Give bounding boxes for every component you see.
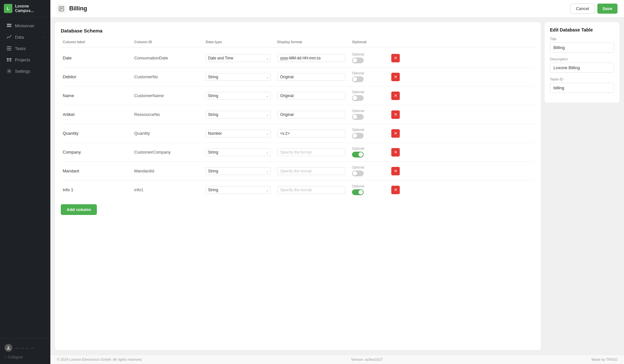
col-id: info1 xyxy=(132,186,204,194)
delete-button[interactable]: ✕ xyxy=(391,110,400,119)
sidebar-footer: — — — — ‹ Collapse xyxy=(0,338,50,364)
header: Billing Cancel Save xyxy=(50,0,624,18)
delete-button[interactable]: ✕ xyxy=(391,167,400,175)
delete-button[interactable]: ✕ xyxy=(391,54,400,62)
type-select[interactable]: StringNumberDate and TimeBoolean xyxy=(206,130,271,137)
main-area: Billing Cancel Save Database Schema Colu… xyxy=(50,0,624,364)
delete-button[interactable]: ✕ xyxy=(391,129,400,138)
optional-toggle[interactable] xyxy=(352,114,364,120)
optional-label: Optional xyxy=(352,109,364,113)
svg-rect-5 xyxy=(7,48,11,49)
optional-cell: Optional xyxy=(350,145,389,159)
type-select[interactable]: StringNumberDate and TimeBoolean xyxy=(206,54,271,62)
field-label-table_id: Table-ID xyxy=(550,77,614,81)
format-cell xyxy=(275,185,350,195)
delete-cell: ✕ xyxy=(389,53,402,64)
format-input[interactable] xyxy=(277,148,345,156)
col-type: StringNumberDate and TimeBoolean xyxy=(204,109,275,120)
avatar xyxy=(5,344,12,352)
logo-letter: L xyxy=(7,6,9,11)
sidebar-item-projects[interactable]: Projects xyxy=(2,54,48,65)
optional-toggle[interactable] xyxy=(352,170,364,176)
optional-toggle[interactable] xyxy=(352,76,364,82)
type-select-wrapper: StringNumberDate and TimeBoolean xyxy=(206,73,271,81)
field-input-title[interactable] xyxy=(550,43,614,53)
collapse-label: Collapse xyxy=(8,355,23,359)
delete-cell: ✕ xyxy=(389,90,402,101)
optional-cell: Optional xyxy=(350,70,389,83)
version: Version: ac8ea1b27 xyxy=(351,358,383,361)
type-select[interactable]: StringNumberDate and TimeBoolean xyxy=(206,167,271,175)
optional-label: Optional xyxy=(352,128,364,132)
optional-cell: Optional xyxy=(350,127,389,140)
user-info: — — — — xyxy=(15,346,34,350)
user-row: — — — — xyxy=(5,342,46,354)
format-input[interactable] xyxy=(277,111,345,119)
format-input[interactable] xyxy=(277,73,345,81)
cancel-button[interactable]: Cancel xyxy=(570,4,594,14)
sidebar: L Loxone Campus... Miniserver Data › Tas… xyxy=(0,0,50,364)
col-label: Mandant xyxy=(61,167,132,175)
collapse-button[interactable]: ‹ Collapse xyxy=(5,354,46,361)
optional-toggle[interactable] xyxy=(352,133,364,139)
type-select[interactable]: StringNumberDate and TimeBoolean xyxy=(206,111,271,119)
svg-rect-6 xyxy=(7,50,11,50)
optional-toggle[interactable] xyxy=(352,189,364,195)
chart-icon xyxy=(6,34,12,40)
format-input[interactable] xyxy=(277,167,345,175)
toggle-knob xyxy=(353,58,357,63)
table-header: Column label Column ID Data type Display… xyxy=(61,39,535,47)
delete-cell: ✕ xyxy=(389,71,402,82)
sidebar-item-miniserver-label: Miniserver xyxy=(15,23,34,28)
delete-button[interactable]: ✕ xyxy=(391,148,400,157)
edit-fields: Title Description Table-ID xyxy=(550,37,614,93)
sidebar-item-settings[interactable]: Settings xyxy=(2,66,48,77)
sidebar-item-tasks[interactable]: Tasks xyxy=(2,43,48,54)
optional-label: Optional xyxy=(352,147,364,150)
copyright: © 2024 Loxone Electronics GmbH. All righ… xyxy=(57,358,142,361)
field-input-table_id[interactable] xyxy=(550,83,614,93)
delete-button[interactable]: ✕ xyxy=(391,73,400,81)
format-input[interactable] xyxy=(277,130,345,137)
optional-label: Optional xyxy=(352,184,364,188)
sidebar-item-miniserver[interactable]: Miniserver xyxy=(2,20,48,31)
delete-button[interactable]: ✕ xyxy=(391,92,400,100)
type-select[interactable]: StringNumberDate and TimeBoolean xyxy=(206,92,271,100)
table-row: Date ConsumationDate StringNumberDate an… xyxy=(61,49,535,68)
col-type: StringNumberDate and TimeBoolean xyxy=(204,128,275,139)
add-column-button[interactable]: Add column xyxy=(61,204,97,215)
sidebar-item-settings-label: Settings xyxy=(15,69,30,74)
table-row: Mandant MandantId StringNumberDate and T… xyxy=(61,162,535,181)
field-group-title: Title xyxy=(550,37,614,53)
optional-cell: Optional xyxy=(350,183,389,196)
sidebar-item-data[interactable]: Data › xyxy=(2,31,48,43)
optional-toggle[interactable] xyxy=(352,95,364,101)
format-input[interactable] xyxy=(277,92,345,100)
format-cell xyxy=(275,109,350,120)
type-select[interactable]: StringNumberDate and TimeBoolean xyxy=(206,73,271,81)
delete-button[interactable]: ✕ xyxy=(391,186,400,194)
svg-point-3 xyxy=(10,26,11,27)
type-select[interactable]: StringNumberDate and TimeBoolean xyxy=(206,186,271,194)
format-cell xyxy=(275,91,350,101)
server-icon xyxy=(6,23,12,28)
optional-toggle[interactable] xyxy=(352,152,364,157)
toggle-knob xyxy=(358,190,363,195)
field-input-description[interactable] xyxy=(550,63,614,73)
save-button[interactable]: Save xyxy=(597,4,618,14)
field-group-description: Description xyxy=(550,57,614,73)
th-format: Display format xyxy=(275,39,350,45)
optional-toggle[interactable] xyxy=(352,57,364,63)
toggle-knob xyxy=(353,133,357,138)
schema-title: Database Schema xyxy=(61,28,535,33)
th-actions xyxy=(389,39,402,45)
edit-panel-title: Edit Database Table xyxy=(550,27,614,32)
header-left: Billing xyxy=(57,4,87,13)
sidebar-logo[interactable]: L Loxone Campus... xyxy=(0,0,50,17)
col-id: CustomerName xyxy=(132,92,204,99)
chevron-right-icon: › xyxy=(43,35,44,39)
type-select[interactable]: StringNumberDate and TimeBoolean xyxy=(206,148,271,156)
format-input[interactable] xyxy=(277,54,345,62)
col-type: StringNumberDate and TimeBoolean xyxy=(204,147,275,157)
format-input[interactable] xyxy=(277,186,345,194)
